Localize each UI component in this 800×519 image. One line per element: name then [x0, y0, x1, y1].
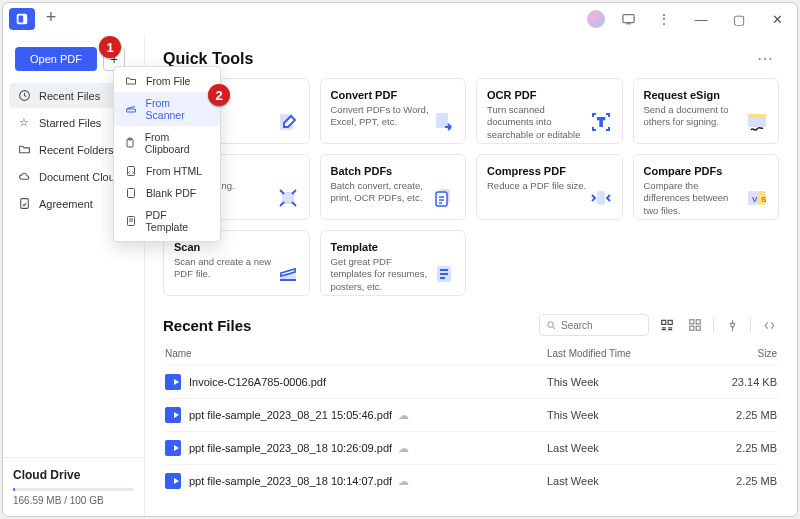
menu-item-label: Blank PDF	[146, 187, 196, 199]
open-pdf-button[interactable]: Open PDF	[15, 47, 97, 71]
card-desc: Send a document to others for signing.	[644, 104, 744, 129]
file-row[interactable]: ppt file-sample_2023_08_18 10:26:09.pdf☁…	[163, 431, 779, 464]
svg-rect-24	[696, 320, 700, 324]
file-name: ppt file-sample_2023_08_21 15:05:46.pdf	[189, 409, 392, 421]
blank-icon	[124, 187, 138, 199]
template-icon	[431, 261, 457, 287]
cloud-drive-heading: Cloud Drive	[13, 468, 134, 482]
card-title: Compress PDF	[487, 165, 612, 177]
combine-icon	[275, 185, 301, 211]
file-row[interactable]: ppt file-sample_2023_08_21 15:05:46.pdf☁…	[163, 398, 779, 431]
app-tab[interactable]	[9, 8, 35, 30]
svg-rect-12	[436, 192, 447, 206]
cloud-icon	[17, 170, 31, 183]
file-name: Invoice-C126A785-0006.pdf	[189, 376, 326, 388]
menu-from-file[interactable]: From File	[114, 70, 220, 92]
col-modified: Last Modified Time	[547, 348, 707, 359]
search-input[interactable]	[561, 320, 641, 331]
card-title: Compare PDFs	[644, 165, 769, 177]
pdf-file-icon	[165, 440, 181, 456]
cloud-usage-text: 166.59 MB / 100 GB	[13, 495, 134, 506]
file-modified: Last Week	[547, 442, 707, 454]
assistant-icon[interactable]	[587, 10, 605, 28]
svg-rect-25	[690, 326, 694, 330]
menu-from-scanner[interactable]: From Scanner	[114, 92, 220, 126]
tool-card-template[interactable]: Template Get great PDF templates for res…	[320, 230, 467, 296]
cloud-usage-bar	[13, 488, 134, 491]
tool-card-esign[interactable]: Request eSign Send a document to others …	[633, 78, 780, 144]
divider	[713, 318, 714, 332]
sidebar-item-label: Starred Files	[39, 117, 101, 129]
search-box[interactable]	[539, 314, 649, 336]
divider	[750, 318, 751, 332]
svg-rect-26	[696, 326, 700, 330]
file-row[interactable]: ppt file-sample_2023_08_18 10:14:07.pdf☁…	[163, 464, 779, 497]
scanner-icon	[124, 103, 138, 115]
grid-view-icon[interactable]	[685, 314, 705, 336]
file-modified: Last Week	[547, 475, 707, 487]
ocr-icon: T	[588, 109, 614, 135]
card-desc: Batch convert, create, print, OCR PDFs, …	[331, 180, 431, 205]
col-size: Size	[707, 348, 777, 359]
chat-icon[interactable]	[615, 6, 641, 32]
agreement-icon	[17, 197, 31, 210]
new-tab-button[interactable]: +	[41, 9, 61, 29]
sidebar-item-label: Document Cloud	[39, 171, 121, 183]
card-desc: Convert PDFs to Word, Excel, PPT, etc.	[331, 104, 431, 129]
compare-icon: VS	[744, 185, 770, 211]
card-desc: Reduce a PDF file size.	[487, 180, 587, 192]
file-name: ppt file-sample_2023_08_18 10:14:07.pdf	[189, 475, 392, 487]
card-desc: Compare the differences between two file…	[644, 180, 744, 217]
minimize-button[interactable]: —	[687, 7, 715, 31]
menu-from-clipboard[interactable]: From Clipboard	[114, 126, 220, 160]
file-list-header: Name Last Modified Time Size	[163, 342, 779, 365]
menu-item-label: PDF Template	[146, 209, 210, 233]
menu-pdf-template[interactable]: PDF Template	[114, 204, 220, 238]
menu-blank-pdf[interactable]: Blank PDF	[114, 182, 220, 204]
file-modified: This Week	[547, 376, 707, 388]
folder-icon	[17, 143, 31, 156]
compress-icon	[588, 185, 614, 211]
recent-files-heading: Recent Files	[163, 317, 251, 334]
kebab-menu-icon[interactable]: ⋮	[651, 6, 677, 32]
file-size: 2.25 MB	[707, 475, 777, 487]
pin-icon[interactable]	[722, 314, 742, 336]
convert-icon	[431, 109, 457, 135]
search-icon	[546, 320, 557, 331]
tool-card-convert[interactable]: Convert PDF Convert PDFs to Word, Excel,…	[320, 78, 467, 144]
tool-card-compress[interactable]: Compress PDF Reduce a PDF file size.	[476, 154, 623, 220]
svg-rect-9	[748, 114, 766, 118]
card-title: Scan	[174, 241, 299, 253]
svg-text:T: T	[597, 116, 604, 128]
file-size: 23.14 KB	[707, 376, 777, 388]
svg-rect-27	[126, 109, 135, 112]
menu-from-html[interactable]: From HTML	[114, 160, 220, 182]
menu-item-label: From File	[146, 75, 190, 87]
file-row[interactable]: Invoice-C126A785-0006.pdfThis Week23.14 …	[163, 365, 779, 398]
card-title: Request eSign	[644, 89, 769, 101]
tool-card-ocr[interactable]: OCR PDF Turn scanned documents into sear…	[476, 78, 623, 144]
batch-icon	[431, 185, 457, 211]
menu-item-label: From Clipboard	[145, 131, 210, 155]
pdf-file-icon	[165, 407, 181, 423]
maximize-button[interactable]: ▢	[725, 7, 753, 31]
cloud-sync-icon: ☁	[398, 442, 409, 455]
file-name: ppt file-sample_2023_08_18 10:26:09.pdf	[189, 442, 392, 454]
close-button[interactable]: ✕	[763, 7, 791, 31]
menu-item-label: From Scanner	[146, 97, 210, 121]
file-modified: This Week	[547, 409, 707, 421]
quick-tools-more-icon[interactable]: ⋯	[753, 47, 779, 70]
file-size: 2.25 MB	[707, 442, 777, 454]
create-menu: From File From Scanner From Clipboard Fr…	[113, 66, 221, 242]
collapse-icon[interactable]	[759, 314, 779, 336]
list-view-icon[interactable]	[657, 314, 677, 336]
titlebar: + ⋮ — ▢ ✕	[3, 3, 797, 35]
tool-card-compare[interactable]: Compare PDFs Compare the differences bet…	[633, 154, 780, 220]
card-title: Convert PDF	[331, 89, 456, 101]
card-title: Batch PDFs	[331, 165, 456, 177]
folder-icon	[124, 75, 138, 87]
tool-card-batch[interactable]: Batch PDFs Batch convert, create, print,…	[320, 154, 467, 220]
svg-rect-21	[662, 320, 666, 324]
svg-rect-4	[20, 199, 28, 209]
card-desc: Turn scanned documents into searchable o…	[487, 104, 587, 144]
